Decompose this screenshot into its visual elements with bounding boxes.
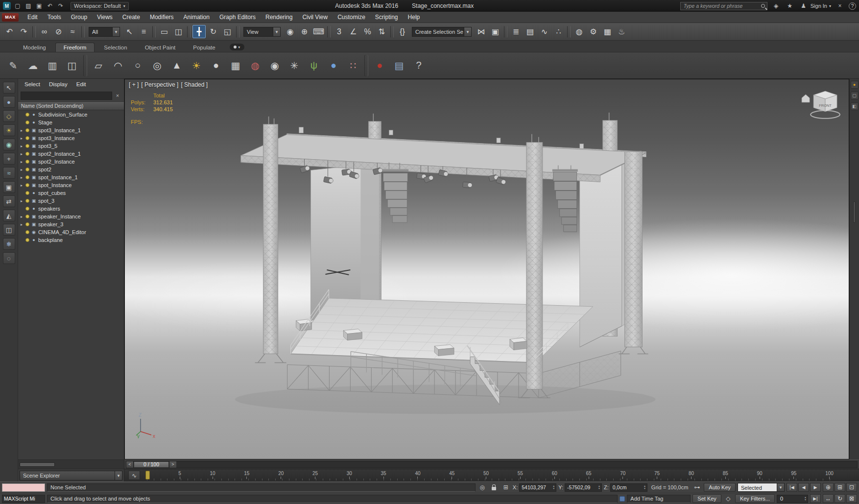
scene-object-row[interactable]: ▸ ▣ spot3_5 — [18, 142, 124, 150]
scene-object-row[interactable]: ▸ ▣ speaker_Instance — [18, 213, 124, 220]
display-cameras-icon[interactable]: ◉ — [3, 139, 15, 150]
select-and-manipulate-icon[interactable]: ⊕ — [298, 25, 311, 38]
go-to-end-button[interactable]: ▶| — [810, 494, 821, 503]
visibility-bulb-icon[interactable] — [25, 160, 29, 164]
zoom-all-icon[interactable]: ⊞ — [835, 483, 845, 492]
macro-recorder-field[interactable] — [2, 483, 45, 492]
percent-snap-icon[interactable]: % — [361, 25, 374, 38]
orbit-icon[interactable]: ↻ — [835, 494, 845, 503]
menu-item[interactable]: Help — [403, 12, 425, 23]
display-hidden-icon[interactable]: ◌ — [3, 252, 15, 264]
snaps-toggle-icon[interactable]: 3 — [333, 25, 346, 38]
visibility-bulb-icon[interactable] — [25, 199, 29, 203]
communication-center-icon[interactable]: ◈ — [771, 1, 781, 10]
application-menu-button[interactable]: MAX — [2, 13, 19, 22]
new-scene-icon[interactable]: ▢ — [13, 1, 23, 10]
rendered-frame-window-icon[interactable]: ▦ — [601, 25, 614, 38]
marble-tool-icon[interactable]: ◉ — [266, 55, 283, 76]
add-time-tag-field[interactable]: Add Time Tag — [627, 495, 691, 503]
display-containers-icon[interactable]: ◫ — [3, 224, 15, 236]
named-selection-sets-dropdown[interactable]: Create Selection Se ▾ — [412, 27, 472, 37]
infocenter-search[interactable] — [680, 2, 767, 10]
polydraw-pencil-icon[interactable]: ✎ — [5, 55, 22, 76]
viewport-menu-general[interactable]: [ + ] — [129, 81, 139, 88]
drag-tool-icon[interactable]: ◍ — [247, 55, 263, 76]
sphere-primitive-icon[interactable]: ● — [208, 55, 224, 76]
visibility-bulb-icon[interactable] — [25, 207, 29, 211]
help-icon[interactable]: ? — [410, 55, 427, 76]
expand-arrow-icon[interactable]: ▸ — [19, 160, 24, 164]
current-frame-field[interactable]: 0 ▲▼ — [777, 495, 808, 503]
current-frame-marker[interactable] — [145, 471, 150, 480]
render-setup-icon[interactable]: ⚙ — [587, 25, 600, 38]
redo-icon[interactable]: ↷ — [56, 1, 66, 10]
render-production-icon[interactable]: ♨ — [615, 25, 628, 38]
scene-object-row[interactable]: ▸ ▣ spot_Instance — [18, 181, 124, 189]
visibility-bulb-icon[interactable] — [25, 175, 29, 179]
play-animation-button[interactable]: ▶ — [810, 483, 821, 492]
expand-arrow-icon[interactable]: ▸ — [19, 168, 24, 172]
visibility-bulb-icon[interactable] — [25, 168, 29, 171]
paint-cloud-icon[interactable]: ☁ — [24, 55, 41, 76]
menu-item[interactable]: Customize — [333, 12, 370, 23]
search-icon[interactable] — [761, 4, 765, 8]
tab-selection[interactable]: Selection — [95, 43, 135, 52]
scene-object-row[interactable]: ▸ ▣ spot2 — [18, 166, 124, 173]
zoom-icon[interactable]: ⊕ — [823, 483, 834, 492]
expand-arrow-icon[interactable]: ▸ — [19, 136, 24, 141]
key-filters-button[interactable]: Key Filters... — [735, 494, 775, 503]
edit-named-selection-sets-icon[interactable]: {} — [396, 25, 409, 38]
expand-arrow-icon[interactable]: ▸ — [19, 222, 24, 227]
cone-primitive-icon[interactable]: ▲ — [168, 55, 185, 76]
keyframe-icon[interactable]: ◇ — [723, 494, 733, 503]
menu-item[interactable]: Tools — [43, 12, 66, 23]
expand-arrow-icon[interactable]: ▸ — [19, 128, 24, 133]
schematic-view-icon[interactable]: ∴ — [552, 25, 565, 38]
visibility-bulb-icon[interactable] — [25, 230, 29, 234]
visibility-bulb-icon[interactable] — [25, 191, 29, 195]
expand-arrow-icon[interactable]: ▸ — [19, 152, 24, 156]
scene-object-row[interactable]: ▸ ▣ spot_3 — [18, 197, 124, 205]
clipboard-icon[interactable]: ▤ — [391, 55, 407, 76]
scene-object-row[interactable]: ● Subdivision_Surface — [18, 111, 124, 119]
menu-item[interactable]: Modifiers — [145, 12, 179, 23]
canvas-image-icon[interactable]: ▥ — [44, 55, 61, 76]
mirror-icon[interactable]: ⋈ — [475, 25, 488, 38]
favorites-icon[interactable]: ★ — [785, 1, 795, 10]
select-and-link-icon[interactable]: ∞ — [38, 25, 51, 38]
scene-object-row[interactable]: ● spot_cubes — [18, 189, 124, 197]
scene-object-row[interactable]: ● Stage — [18, 119, 124, 126]
scene-object-row[interactable]: ● speakers — [18, 205, 124, 213]
menu-item[interactable]: Rendering — [261, 12, 297, 23]
align-icon[interactable]: ▣ — [489, 25, 502, 38]
add-time-tag-icon[interactable] — [620, 496, 625, 502]
next-frame-arrow[interactable]: > — [169, 461, 176, 468]
display-groups-icon[interactable]: ▣ — [3, 181, 15, 193]
tab-modeling[interactable]: Modeling — [15, 43, 54, 52]
render-ball-icon[interactable]: ● — [371, 55, 388, 76]
time-slider[interactable]: < 0 / 100 > — [124, 459, 859, 469]
select-by-name-icon[interactable]: ≡ — [137, 25, 150, 38]
menu-item[interactable]: Scripting — [370, 12, 403, 23]
panel-grip[interactable] — [853, 201, 856, 223]
undo-icon[interactable]: ↶ — [45, 1, 55, 10]
scene-object-row[interactable]: ▸ ▣ spot_Instance_1 — [18, 173, 124, 181]
scene-object-row[interactable]: ▸ ▣ spot2_Instance_1 — [18, 150, 124, 158]
visibility-bulb-icon[interactable] — [25, 128, 29, 132]
pan-view-icon[interactable]: ↔ — [823, 494, 834, 503]
visibility-bulb-icon[interactable] — [25, 152, 29, 156]
previous-frame-button[interactable]: ◀ — [798, 483, 809, 492]
workspace-dropdown[interactable]: Workspace: Default ▾ — [71, 2, 129, 10]
perspective-viewport[interactable]: FRONT [ + ] [ Perspective ] [ Shaded ] T… — [124, 79, 849, 459]
menu-item[interactable]: Graph Editors — [215, 12, 261, 23]
display-lights-icon[interactable]: ☀ — [3, 124, 15, 136]
circle-primitive-icon[interactable]: ○ — [129, 55, 146, 76]
absolute-offset-mode-icon[interactable]: ⊞ — [501, 483, 511, 492]
time-slider-track[interactable]: < 0 / 100 > — [126, 461, 858, 468]
select-and-scale-icon[interactable]: ◱ — [221, 25, 234, 38]
use-pivot-point-center-icon[interactable]: ◉ — [284, 25, 297, 38]
z-coordinate-field[interactable]: 0,0cm▲▼ — [610, 483, 647, 492]
zoom-extents-icon[interactable]: ⊡ — [846, 483, 857, 492]
mini-curve-editor-button[interactable]: ∿ — [128, 471, 140, 480]
search-input[interactable] — [683, 2, 761, 9]
